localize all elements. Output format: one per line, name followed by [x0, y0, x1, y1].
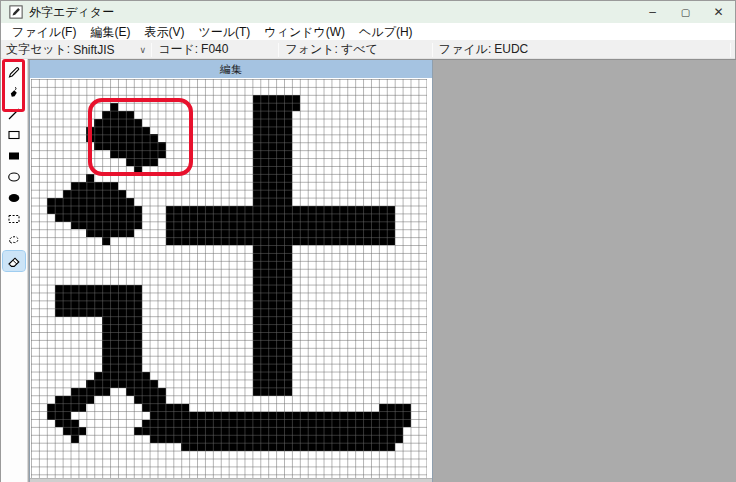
glyph-black-run: [86, 134, 157, 142]
charset-dropdown[interactable]: ShiftJIS ∨: [73, 42, 149, 58]
maximize-button[interactable]: ▢: [669, 1, 702, 23]
menu-item-help[interactable]: ヘルプ(H): [352, 23, 420, 41]
code-value: F040: [201, 42, 228, 56]
glyph-black-run: [55, 214, 142, 222]
edit-window-title: 編集: [220, 62, 242, 77]
menu-item-view[interactable]: 表示(V): [137, 23, 191, 41]
glyph-black-run: [253, 388, 293, 396]
glyph-black-run: [166, 229, 396, 237]
glyph-black-run: [253, 277, 293, 285]
glyph-black-run: [94, 372, 149, 380]
glyph-black-run: [253, 182, 293, 190]
glyph-black-run: [55, 285, 142, 293]
charset-value: ShiftJIS: [73, 43, 139, 57]
glyph-black-run: [142, 420, 411, 428]
glyph-black-run: [55, 301, 142, 309]
filled-ellipse-icon: [6, 190, 22, 206]
glyph-black-run: [253, 293, 293, 301]
app-window: 外字エディター – ▢ ✕ ファイル(F)編集(E)表示(V)ツール(T)ウィン…: [0, 0, 736, 482]
filled-rectangle-icon: [6, 148, 22, 164]
glyph-black-run: [253, 142, 293, 150]
glyph-black-run: [86, 127, 149, 135]
font-label: フォント:: [285, 42, 337, 56]
tool-freeform-select-button[interactable]: [3, 230, 25, 250]
glyph-black-run: [71, 388, 111, 396]
menu-item-edit[interactable]: 編集(E): [83, 23, 137, 41]
tool-brush-button[interactable]: [3, 83, 25, 103]
glyph-black-run: [253, 134, 293, 142]
ellipse-icon: [6, 169, 22, 185]
close-button[interactable]: ✕: [702, 1, 735, 23]
glyph-pixel-canvas[interactable]: [31, 79, 427, 479]
pencil-icon: [6, 64, 22, 80]
edit-child-window: 編集: [29, 60, 433, 482]
glyph-black-run: [253, 119, 293, 127]
line-icon: [6, 106, 22, 122]
glyph-black-run: [253, 253, 293, 261]
glyph-black-run: [253, 364, 293, 372]
tool-filled-rectangle-button[interactable]: [3, 146, 25, 166]
glyph-black-run: [253, 317, 293, 325]
file-label: ファイル:: [439, 42, 491, 56]
font-value: すべて: [341, 42, 378, 56]
menu-item-file[interactable]: ファイル(F): [5, 23, 83, 41]
glyph-black-run: [253, 127, 293, 135]
glyph-black-run: [150, 412, 411, 420]
glyph-black-run: [47, 206, 142, 214]
tool-pencil-button[interactable]: [3, 62, 25, 82]
glyph-black-run: [253, 380, 293, 388]
freeform-select-icon: [6, 232, 22, 248]
glyph-black-run: [110, 103, 118, 111]
glyph-black-run: [253, 348, 293, 356]
glyph-black-run: [253, 269, 293, 277]
tool-eraser-button[interactable]: [3, 251, 25, 271]
code-label: コード:: [158, 42, 198, 56]
tool-rectangle-button[interactable]: [3, 125, 25, 145]
title-bar: 外字エディター – ▢ ✕: [1, 1, 735, 23]
glyph-black-run: [63, 427, 87, 435]
tool-line-button[interactable]: [3, 104, 25, 124]
glyph-black-run: [253, 150, 293, 158]
glyph-black-run: [253, 95, 301, 103]
brush-icon: [6, 85, 22, 101]
glyph-black-run: [253, 261, 293, 269]
glyph-black-run: [253, 372, 293, 380]
glyph-black-run: [102, 348, 142, 356]
glyph-black-run: [102, 340, 142, 348]
glyph-black-run: [94, 142, 165, 150]
glyph-black-run: [102, 356, 142, 364]
tool-filled-ellipse-button[interactable]: [3, 188, 25, 208]
glyph-black-run: [253, 285, 293, 293]
tool-palette: [1, 59, 28, 482]
glyph-black-run: [166, 222, 396, 230]
glyph-black-run: [94, 119, 142, 127]
edit-window-title-bar[interactable]: 編集: [30, 60, 432, 78]
toolbar-separator: [278, 43, 279, 57]
glyph-black-run: [253, 325, 293, 333]
glyph-black-run: [102, 237, 110, 245]
tool-rect-select-button[interactable]: [3, 209, 25, 229]
edit-window-bottom-edge: [30, 478, 432, 482]
app-icon: [9, 5, 23, 19]
menu-item-tools[interactable]: ツール(T): [191, 23, 257, 41]
glyph-black-run: [166, 214, 396, 222]
glyph-black-run: [47, 198, 134, 206]
menu-item-window[interactable]: ウィンドウ(W): [257, 23, 352, 41]
glyph-black-run: [134, 396, 166, 404]
glyph-black-run: [71, 182, 119, 190]
glyph-black-run: [126, 158, 158, 166]
glyph-black-run: [134, 427, 403, 435]
glyph-black-run: [253, 103, 301, 111]
glyph-black-run: [253, 332, 293, 340]
glyph-black-run: [253, 245, 293, 253]
glyph-black-run: [253, 198, 293, 206]
glyph-black-run: [166, 206, 396, 214]
glyph-black-run: [102, 317, 142, 325]
toolbar-separator: [730, 43, 731, 57]
minimize-button[interactable]: –: [636, 1, 669, 23]
tool-ellipse-button[interactable]: [3, 167, 25, 187]
glyph-black-run: [86, 174, 94, 182]
glyph-black-run: [142, 404, 190, 412]
toolbar: 文字セット: ShiftJIS ∨ コード:F040 フォント:すべて ファイル…: [1, 41, 735, 59]
chevron-down-icon: ∨: [140, 45, 150, 55]
